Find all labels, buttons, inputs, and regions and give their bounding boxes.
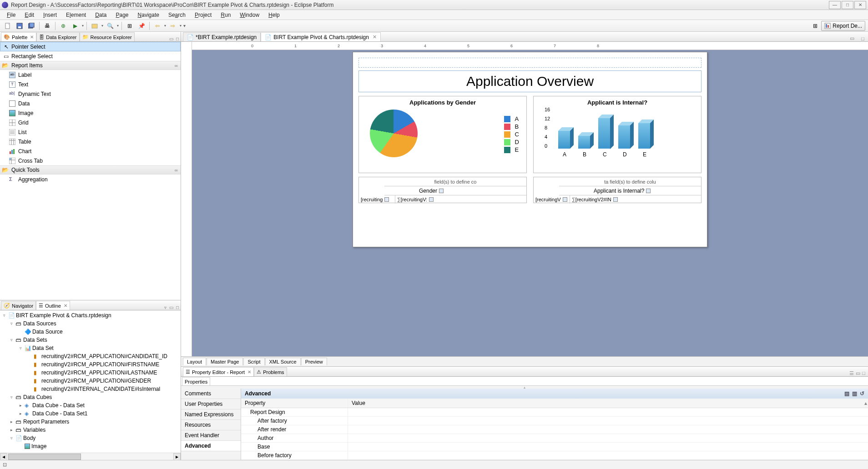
view-menu-icon[interactable]: ☰ — [849, 370, 854, 376]
palette-section-report-items[interactable]: 📂 Report Items ∞ — [0, 61, 181, 70]
crosstab-gender[interactable]: field(s) to define co Gender [recruiting… — [358, 177, 527, 203]
report-designer[interactable]: 012345678 Application Overview Applicati… — [181, 42, 868, 356]
close-button[interactable]: ✕ — [854, 1, 866, 9]
minimize-view-icon[interactable]: ▭ — [850, 35, 854, 41]
open-type-button[interactable]: 🔍 — [105, 21, 115, 31]
tree-cube[interactable]: ▸◈Data Cube - Data Set1 — [0, 409, 181, 418]
palette-list[interactable]: List — [0, 127, 181, 137]
open-perspective-button[interactable]: ⊞ — [810, 21, 820, 31]
expand-icon[interactable]: ▴ — [861, 399, 868, 408]
editor-tab-2[interactable]: 📄BIRT Example Pivot & Charts.rptdesign✕ — [261, 32, 381, 41]
crosstab-measure-icon[interactable] — [429, 197, 434, 202]
tab-layout[interactable]: Layout — [183, 358, 206, 365]
forward-button[interactable]: ⇨ — [168, 21, 178, 31]
tab-palette[interactable]: 🎨 Palette ✕ — [1, 32, 36, 41]
tree-col[interactable]: ▮recruitingV2#INTERNAL_CANDIDATE#IsInter… — [0, 385, 181, 393]
palette-pointer-select[interactable]: ↖ Pointer Select — [0, 42, 181, 51]
tab-resource-explorer[interactable]: 📁 Resource Explorer — [80, 32, 135, 41]
pin-icon[interactable]: ∞ — [175, 63, 181, 68]
scroll-thumb[interactable] — [8, 454, 81, 460]
minimize-view-icon[interactable]: ▭ — [169, 36, 173, 41]
cat-user-properties[interactable]: User Properties — [181, 399, 241, 409]
tab-script[interactable]: Script — [243, 358, 264, 365]
view-menu-icon[interactable]: ▿ — [164, 305, 167, 310]
palette-crosstab[interactable]: Cross Tab — [0, 156, 181, 165]
tab-data-explorer[interactable]: 🗄 Data Explorer — [36, 32, 79, 41]
tree-col[interactable]: ▮recruitingV2#RCM_APPLICATION#LASTNAME — [0, 369, 181, 377]
tree-body[interactable]: ▿📄Body — [0, 434, 181, 442]
debug-button[interactable]: ⊕ — [58, 21, 68, 31]
tab-property-editor[interactable]: ☰Property Editor - Report✕ — [183, 367, 254, 376]
property-table[interactable]: PropertyValue▴ Report Design After facto… — [241, 399, 868, 460]
tree-col[interactable]: ▮recruitingV2#RCM_APPLICATION#FIRSTNAME — [0, 360, 181, 369]
maximize-view-icon[interactable]: □ — [176, 305, 179, 310]
close-icon[interactable]: ✕ — [247, 369, 251, 374]
menu-run[interactable]: Run — [217, 11, 235, 19]
tree-data-set[interactable]: ▿📊Data Set — [0, 344, 181, 352]
save-button[interactable] — [15, 21, 25, 31]
prop-row[interactable]: After factory — [241, 417, 868, 425]
menu-search[interactable]: Search — [164, 11, 190, 19]
menu-page[interactable]: Page — [112, 11, 133, 19]
palette-data[interactable]: Data — [0, 99, 181, 108]
minimize-view-icon[interactable]: ▭ — [169, 305, 173, 310]
menu-element[interactable]: Element — [62, 11, 90, 19]
new-button[interactable] — [3, 21, 13, 31]
menu-project[interactable]: Project — [191, 11, 216, 19]
minimize-view-icon[interactable]: ▭ — [856, 370, 860, 376]
cat-comments[interactable]: Comments — [181, 389, 241, 399]
maximize-view-icon[interactable]: □ — [861, 36, 864, 41]
tab-xml-source[interactable]: XML Source — [265, 358, 301, 365]
crosstab-internal[interactable]: ta field(s) to define colu Applicant is … — [533, 177, 701, 203]
restore-defaults-icon[interactable]: ↺ — [860, 390, 864, 397]
close-icon[interactable]: ✕ — [64, 303, 67, 308]
pie-chart[interactable]: Applications by Gender A B C D E — [358, 96, 527, 173]
palette-text[interactable]: TText — [0, 80, 181, 89]
toggle-breadcrumb-button[interactable]: ⊞ — [125, 21, 135, 31]
editor-tab-1[interactable]: 📄*BIRT Example.rptdesign — [183, 32, 261, 41]
show-categories-icon[interactable]: ▤ — [844, 390, 849, 397]
report-page[interactable]: Application Overview Applications by Gen… — [353, 52, 707, 247]
report-title-container[interactable]: Application Overview — [358, 70, 701, 92]
cat-event-handler[interactable]: Event Handler — [181, 430, 241, 441]
palette-aggregation[interactable]: ΣAggregation — [0, 175, 181, 184]
tab-problems[interactable]: ⚠Problems — [254, 367, 287, 376]
menu-help[interactable]: Help — [264, 11, 284, 19]
menu-file[interactable]: File — [3, 11, 20, 19]
crosstab-row-icon[interactable] — [384, 197, 389, 202]
menu-edit[interactable]: Edit — [20, 11, 38, 19]
tree-data-source[interactable]: 🔷Data Source — [0, 328, 181, 336]
crosstab-dim-icon[interactable] — [646, 189, 651, 193]
scroll-left-icon[interactable]: ◀ — [0, 453, 7, 460]
palette-label[interactable]: abLabel — [0, 70, 181, 80]
back-button[interactable]: ⇦ — [152, 21, 162, 31]
tree-data-sets[interactable]: ▿🗃Data Sets — [0, 336, 181, 344]
tree-image[interactable]: Image — [0, 442, 181, 450]
palette-section-quick-tools[interactable]: 📂 Quick Tools ∞ — [0, 165, 181, 175]
new-project-button[interactable] — [90, 21, 100, 31]
crosstab-row-icon[interactable] — [563, 197, 567, 202]
palette-chart[interactable]: Chart — [0, 146, 181, 156]
bar-chart[interactable]: Applicant is Internal? 16 12 8 4 0 A B C — [533, 96, 701, 173]
perspective-report[interactable]: Report De... — [821, 21, 865, 31]
prop-row[interactable]: After render — [241, 425, 868, 434]
close-icon[interactable]: ✕ — [30, 35, 34, 40]
scroll-right-icon[interactable]: ▶ — [173, 453, 181, 460]
tree-variables[interactable]: ▸🗃Variables — [0, 426, 181, 434]
palette-grid[interactable]: Grid — [0, 118, 181, 127]
cat-resources[interactable]: Resources — [181, 420, 241, 430]
prop-row[interactable]: Report Design — [241, 408, 868, 417]
run-button[interactable]: ▶ — [70, 21, 80, 31]
show-local-icon[interactable]: ▥ — [852, 390, 857, 397]
tree-col[interactable]: ▮recruitingV2#RCM_APPLICATION#GENDER — [0, 377, 181, 385]
subtab-properties[interactable]: Properties — [182, 377, 210, 385]
cat-named-expressions[interactable]: Named Expressions — [181, 409, 241, 420]
minimize-button[interactable]: — — [829, 1, 841, 9]
tree-report-params[interactable]: ▸🗃Report Parameters — [0, 418, 181, 426]
prop-row[interactable]: Before factory — [241, 451, 868, 460]
menu-insert[interactable]: Insert — [39, 11, 61, 19]
tab-outline[interactable]: ☰Outline✕ — [36, 301, 70, 310]
outline-tree[interactable]: ▿📄BIRT Example Pivot & Charts.rptdesign … — [0, 310, 181, 453]
palette-image[interactable]: Image — [0, 108, 181, 118]
pin-button[interactable]: 📌 — [136, 21, 146, 31]
